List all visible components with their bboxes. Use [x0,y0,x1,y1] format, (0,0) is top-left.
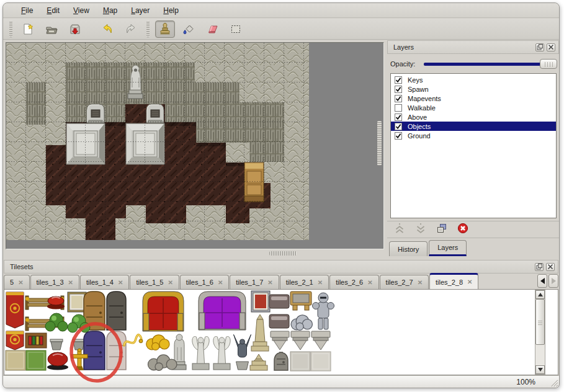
tile-pillar-top-3[interactable] [311,331,330,350]
tileset-view[interactable] [4,289,558,375]
layer-row-walkable[interactable]: Walkable [391,103,556,112]
layer-row-spawn[interactable]: Spawn [391,84,556,94]
open-file-button[interactable] [42,20,61,38]
float-icon[interactable] [535,43,544,51]
close-icon[interactable] [547,43,555,51]
layer-row-keys[interactable]: Keys [391,75,556,84]
tile-armor-pile[interactable] [291,315,312,331]
duplicate-layer-button[interactable] [434,223,449,236]
layer-visibility-checkbox[interactable] [395,114,402,121]
layer-visibility-checkbox[interactable] [395,95,402,102]
layer-visibility-checkbox[interactable] [395,132,402,140]
close-icon[interactable] [546,263,555,271]
tile-obelisk-small[interactable] [250,354,267,370]
tileset-tab-tiles_2_7[interactable]: tiles_2_7✕ [380,275,429,289]
menu-file[interactable]: File [21,6,33,15]
toolbar-gripper[interactable] [9,21,12,37]
resize-grip-icon[interactable] [549,378,558,387]
tile-floor-slab-2[interactable] [311,352,331,371]
menu-view[interactable]: View [73,6,89,15]
tile-angel-statue-right[interactable] [213,336,230,370]
tile-stool-red[interactable] [47,296,65,310]
fill-tool-button[interactable] [179,20,199,38]
close-tab-icon[interactable]: ✕ [168,279,172,286]
tile-cushion-dark[interactable] [47,352,68,370]
layer-visibility-checkbox[interactable] [395,76,402,84]
layer-visibility-checkbox[interactable] [395,86,402,93]
redo-button[interactable] [121,20,141,38]
select-tool-button[interactable] [226,20,246,38]
tile-parchment[interactable] [6,350,25,370]
close-tab-icon[interactable]: ✕ [318,279,323,286]
tile-pillar-top-2[interactable] [291,331,310,350]
menu-map[interactable]: Map [103,6,117,15]
undo-button[interactable] [97,20,117,38]
tile-throne-red[interactable] [143,292,184,331]
tile-wooden-sign[interactable] [290,292,311,310]
menu-help[interactable]: Help [163,6,179,15]
tile-gate-dark[interactable] [107,292,126,330]
save-file-button[interactable] [65,20,85,38]
tile-bookshelf[interactable] [25,333,47,348]
scroll-down-button[interactable] [535,365,545,374]
layer-row-above[interactable]: Above [391,112,556,122]
map-canvas[interactable] [6,43,309,240]
menu-layer[interactable]: Layer [131,6,150,15]
tile-obelisk[interactable] [251,314,269,351]
tileset-canvas[interactable] [4,290,532,375]
tab-history[interactable]: History [389,241,427,256]
tile-banner-green[interactable] [26,350,46,370]
tile-gold-pile[interactable] [146,335,169,350]
tileset-tab-tiles_1_5[interactable]: tiles_1_5✕ [130,275,179,289]
scroll-tabs-left-button[interactable] [537,274,547,288]
float-icon[interactable] [535,263,544,271]
stamp-tool-button[interactable] [155,20,175,38]
tile-stone-slab-top[interactable] [269,295,289,308]
tile-gargoyle[interactable] [234,334,251,370]
eraser-tool-button[interactable] [202,20,222,38]
horizontal-splitter[interactable] [269,251,297,256]
close-tab-icon[interactable]: ✕ [118,279,123,286]
toolbar-gripper[interactable] [146,21,150,37]
layer-row-objects[interactable]: Objects [391,122,556,131]
tile-banner-red[interactable] [6,292,24,328]
tile-knight-armor[interactable] [313,293,334,329]
map-viewport[interactable] [6,42,384,249]
new-file-button[interactable] [18,20,38,38]
tile-door-purple[interactable] [84,331,105,370]
tileset-tab-tiles_1_3[interactable]: tiles_1_3✕ [30,275,79,289]
tile-emblem-banner[interactable] [6,331,24,350]
tileset-tab-tiles_2_1[interactable]: tiles_2_1✕ [280,275,329,289]
tile-rock-pile[interactable] [148,355,177,370]
close-tab-icon[interactable]: ✕ [267,279,272,286]
close-tab-icon[interactable]: ✕ [18,279,23,286]
tile-floor-slab-1[interactable] [290,352,310,371]
scroll-up-button[interactable] [535,290,545,299]
tile-pillar-top-1[interactable] [271,331,289,350]
close-tab-icon[interactable]: ✕ [418,279,423,286]
tile-pillar-shaft[interactable] [274,352,288,370]
tile-gold-chain[interactable] [124,335,143,345]
tileset-scrollbar[interactable] [535,290,545,375]
tile-angel-statue-left[interactable] [192,336,209,370]
tile-king-portrait[interactable] [251,291,270,312]
close-tab-icon[interactable]: ✕ [367,279,372,286]
close-tab-icon[interactable]: ✕ [218,279,223,286]
close-tab-icon[interactable]: ✕ [467,278,472,285]
close-tab-icon[interactable]: ✕ [68,279,73,286]
layer-visibility-checkbox[interactable] [395,123,402,130]
tileset-tab-tiles_2_6[interactable]: tiles_2_6✕ [329,275,378,289]
opacity-slider-handle[interactable] [540,59,557,69]
layer-row-mapevents[interactable]: Mapevents [391,94,556,103]
lower-layer-button[interactable] [413,223,428,236]
scroll-tabs-right-button[interactable] [548,274,558,288]
tileset-tab-tiles_2_8[interactable]: tiles_2_8✕ [429,273,478,289]
scrollbar-thumb[interactable] [535,299,545,345]
raise-layer-button[interactable] [392,223,407,236]
opacity-slider[interactable] [423,58,557,69]
layer-visibility-checkbox[interactable] [395,104,402,112]
menu-edit[interactable]: Edit [47,6,60,15]
tab-layers[interactable]: Layers [429,240,467,256]
tile-gate-white[interactable] [107,331,126,370]
tile-palm-plant[interactable] [45,313,68,350]
